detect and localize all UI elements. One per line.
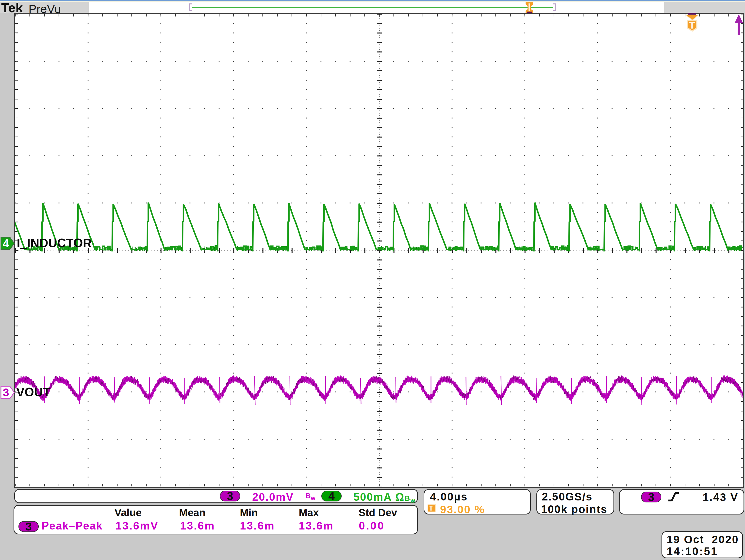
svg-text:I_INDUCTOR: I_INDUCTOR <box>17 236 92 250</box>
svg-text:3: 3 <box>3 386 9 399</box>
svg-text:3: 3 <box>648 491 654 503</box>
svg-text:T: T <box>689 20 695 31</box>
svg-text:4: 4 <box>3 237 9 250</box>
svg-text:VOUT: VOUT <box>16 385 51 399</box>
svg-text:4: 4 <box>328 490 335 502</box>
svg-text:3: 3 <box>25 520 32 533</box>
svg-text:3: 3 <box>227 490 233 502</box>
